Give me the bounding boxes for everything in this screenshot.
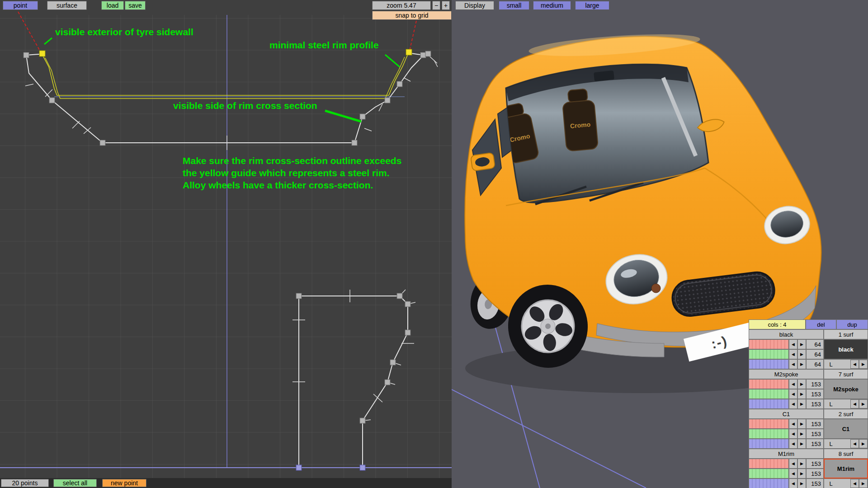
axis-point[interactable] [360,465,365,470]
green-value: 153 [806,469,824,479]
profile-point[interactable] [425,51,431,56]
decrement-arrow-button[interactable]: ◀ [789,479,797,488]
luminance-row: L ◀ ▶ [824,359,868,369]
material-name[interactable]: M2spoke [749,369,824,379]
green-slider-row: ◀ ▶ 153 [749,429,824,439]
profile-point[interactable] [360,418,365,423]
material-name[interactable]: black [749,329,824,339]
decrement-arrow-button[interactable]: ◀ [850,439,859,448]
material-swatch-selected[interactable]: M1rim [824,459,868,479]
size-small-button[interactable]: small [499,1,529,10]
decrement-arrow-button[interactable]: ◀ [789,389,797,399]
increment-arrow-button[interactable]: ▶ [797,479,806,488]
material-swatch[interactable]: black [824,339,868,359]
increment-arrow-button[interactable]: ▶ [797,379,806,389]
decrement-arrow-button[interactable]: ◀ [789,359,797,369]
increment-arrow-button[interactable]: ▶ [797,439,806,449]
profile-point[interactable] [390,360,396,365]
profile-point[interactable] [49,98,55,103]
profile-point[interactable] [420,52,426,58]
display-menu-button[interactable]: Display [455,1,494,10]
columns-count-button[interactable]: cols : 4 [749,319,806,329]
blue-slider[interactable] [749,439,789,449]
increment-arrow-button[interactable]: ▶ [859,439,868,448]
size-large-button[interactable]: large [575,1,609,10]
zoom-in-button[interactable]: + [442,1,450,10]
decrement-arrow-button[interactable]: ◀ [789,419,797,429]
point-tool-button[interactable]: point [3,1,38,10]
profile-editor-pane[interactable]: visible exterior of tyre sidewall minima… [0,0,452,488]
profile-point[interactable] [360,114,365,119]
profile-point[interactable] [397,293,402,299]
save-button[interactable]: save [125,1,146,10]
red-slider[interactable] [749,419,789,429]
size-medium-button[interactable]: medium [533,1,571,10]
green-slider[interactable] [749,469,789,479]
profile-point[interactable] [24,52,29,58]
increment-arrow-button[interactable]: ▶ [797,429,806,439]
material-name[interactable]: M1rim [749,449,824,459]
new-point-button[interactable]: new point [102,479,146,487]
decrement-arrow-button[interactable]: ◀ [789,469,797,479]
green-slider[interactable] [749,429,789,439]
increment-arrow-button[interactable]: ▶ [859,360,868,369]
increment-arrow-button[interactable]: ▶ [797,399,806,409]
green-slider[interactable] [749,349,789,359]
decrement-arrow-button[interactable]: ◀ [850,360,859,369]
profile-point[interactable] [385,380,390,385]
luminance-row: L ◀ ▶ [824,399,868,409]
green-slider[interactable] [749,389,789,399]
decrement-arrow-button[interactable]: ◀ [789,379,797,389]
red-slider[interactable] [749,379,789,389]
surface-tool-button[interactable]: surface [47,1,87,10]
decrement-arrow-button[interactable]: ◀ [850,399,859,408]
increment-arrow-button[interactable]: ▶ [859,479,868,488]
profile-point[interactable] [296,293,302,299]
profile-point[interactable] [385,98,390,103]
material-name[interactable]: C1 [749,409,824,419]
green-slider-row: ◀ ▶ 153 [749,469,824,479]
select-all-button[interactable]: select all [53,479,97,487]
delete-material-button[interactable]: del [806,319,836,329]
load-button[interactable]: load [101,1,124,10]
decrement-arrow-button[interactable]: ◀ [850,479,859,488]
blue-slider[interactable] [749,359,789,369]
increment-arrow-button[interactable]: ▶ [797,459,806,469]
decrement-arrow-button[interactable]: ◀ [789,399,797,409]
material-swatch[interactable]: M2spoke [824,379,868,399]
profile-point[interactable] [397,81,402,87]
decrement-arrow-button[interactable]: ◀ [789,339,797,349]
zoom-out-button[interactable]: − [432,1,440,10]
selected-point[interactable] [39,51,45,56]
snap-to-grid-toggle[interactable]: snap to grid [372,11,452,20]
green-value: 153 [806,429,824,439]
luminance-label: L [824,479,838,488]
profile-point[interactable] [352,140,357,145]
material-block: C1 ◀ ▶ 153 ◀ ▶ 153 ◀ ▶ 153 2 surf C1 [749,409,868,449]
blue-slider[interactable] [749,479,789,488]
selected-point[interactable] [406,49,412,55]
blue-slider[interactable] [749,399,789,409]
increment-arrow-button[interactable]: ▶ [797,469,806,479]
luminance-label: L [824,360,838,369]
red-slider[interactable] [749,459,789,469]
increment-arrow-button[interactable]: ▶ [797,359,806,369]
red-slider[interactable] [749,339,789,349]
profile-point[interactable] [405,301,410,307]
increment-arrow-button[interactable]: ▶ [797,349,806,359]
decrement-arrow-button[interactable]: ◀ [789,439,797,449]
axis-point[interactable] [296,465,302,470]
annotation-tyre-sidewall: visible exterior of tyre sidewall [55,27,193,37]
decrement-arrow-button[interactable]: ◀ [789,349,797,359]
decrement-arrow-button[interactable]: ◀ [789,459,797,469]
increment-arrow-button[interactable]: ▶ [859,399,868,408]
profile-point[interactable] [100,140,105,145]
material-swatch[interactable]: C1 [824,419,868,439]
increment-arrow-button[interactable]: ▶ [797,339,806,349]
increment-arrow-button[interactable]: ▶ [797,389,806,399]
decrement-arrow-button[interactable]: ◀ [789,429,797,439]
duplicate-material-button[interactable]: dup [836,319,868,329]
annotation-note-line3: Alloy wheels have a thicker cross-sectio… [183,180,373,190]
increment-arrow-button[interactable]: ▶ [797,419,806,429]
profile-point[interactable] [405,330,410,335]
